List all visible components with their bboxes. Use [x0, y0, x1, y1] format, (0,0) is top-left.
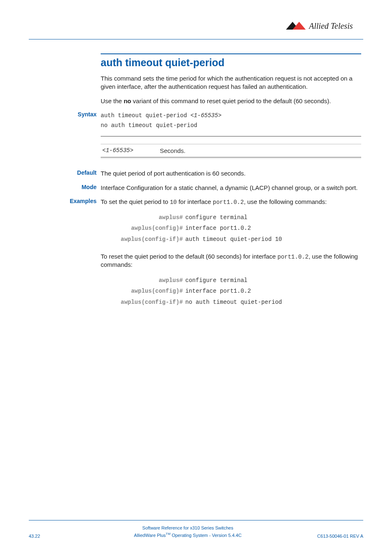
param-table: <1-65535> Seconds.: [101, 136, 361, 159]
cli-cmd: configure terminal: [185, 275, 247, 286]
footer-rule: [29, 520, 363, 520]
literal: port1.0.2: [277, 254, 309, 260]
param-name: <1-65535>: [102, 147, 160, 154]
section-rule: [101, 53, 361, 54]
default-label: Default: [60, 169, 97, 176]
syntax-row: Syntax auth timeout quiet-period <1-6553…: [101, 111, 361, 131]
param-desc: Seconds.: [160, 147, 186, 154]
cli-prompt: awplus(config)#: [101, 286, 185, 297]
section-title: auth timeout quiet-period: [101, 57, 361, 69]
default-row: Default The quiet period of port authent…: [101, 169, 361, 178]
cli-cmd: configure terminal: [185, 212, 247, 223]
cli-line: awplus(config-if)# auth timeout quiet-pe…: [101, 234, 361, 245]
table-rule: [101, 136, 361, 136]
intro-paragraph-2: Use the no variant of this command to re…: [101, 97, 361, 105]
text: for interface: [177, 198, 213, 205]
cli-line: awplus(config)# interface port1.0.2: [101, 286, 361, 297]
mode-row: Mode Interface Configuration for a stati…: [101, 184, 361, 192]
header-rule: [29, 39, 363, 39]
footer-page-number: 43.22: [29, 534, 78, 539]
cli-line: awplus(config-if)# no auth timeout quiet…: [101, 297, 361, 308]
cli-line: awplus# configure terminal: [101, 275, 361, 286]
cli-cmd: interface port1.0.2: [185, 286, 251, 297]
mode-label: Mode: [60, 184, 97, 190]
cli-prompt: awplus(config-if)#: [101, 297, 185, 308]
content: auth timeout quiet-period This command s…: [101, 53, 361, 315]
syntax-block: auth timeout quiet-period <1-65535> no a…: [101, 111, 361, 131]
examples-body: To set the quiet period to 10 for interf…: [101, 198, 361, 308]
examples-row: Examples To set the quiet period to 10 f…: [101, 198, 361, 308]
trademark: TM: [166, 532, 171, 536]
cli-block-2: awplus# configure terminal awplus(config…: [101, 275, 361, 308]
logo-text: Allied Telesis: [308, 21, 353, 30]
footer-rev: C613-50046-01 REV A: [297, 534, 363, 539]
text: variant of this command to reset quiet p…: [131, 97, 331, 104]
syntax-line-2: no auth timeout quiet-period: [101, 121, 361, 131]
cli-cmd: auth timeout quiet-period 10: [185, 234, 282, 245]
cli-cmd: interface port1.0.2: [185, 223, 251, 234]
example-intro-2: To reset the quiet period to the default…: [101, 252, 361, 269]
no-keyword: no: [124, 97, 131, 104]
literal: port1.0.2: [213, 199, 244, 206]
page: Allied Telesis auth timeout quiet-period…: [0, 0, 392, 555]
literal: 10: [170, 199, 177, 206]
spacer: [101, 159, 361, 169]
text: Use the: [101, 97, 124, 104]
text: To set the quiet period to: [101, 198, 170, 205]
syntax-label: Syntax: [60, 111, 97, 118]
range: 1-65535: [194, 112, 218, 119]
footer-grid: 43.22 Software Reference for x310 Series…: [29, 525, 363, 539]
footer-center-line1: Software Reference for x310 Series Switc…: [78, 525, 297, 532]
cli-block-1: awplus# configure terminal awplus(config…: [101, 212, 361, 245]
footer-center: Software Reference for x310 Series Switc…: [78, 525, 297, 539]
footer-center-line2: AlliedWare PlusTM Operating System - Ver…: [78, 532, 297, 539]
cli-cmd: no auth timeout quiet-period: [185, 297, 282, 308]
default-text: The quiet period of port authentication …: [101, 169, 361, 178]
text: >: [218, 112, 221, 119]
syntax-line-1: auth timeout quiet-period <1-65535>: [101, 111, 361, 121]
text: AlliedWare Plus: [134, 533, 166, 538]
cli-line: awplus# configure terminal: [101, 212, 361, 223]
text: To reset the quiet period to the default…: [101, 253, 277, 260]
cli-prompt: awplus#: [101, 212, 185, 223]
text: Operating System - Version 5.4.4C: [171, 533, 242, 538]
footer: 43.22 Software Reference for x310 Series…: [29, 520, 363, 539]
param-row: <1-65535> Seconds.: [101, 144, 361, 157]
example-intro-1: To set the quiet period to 10 for interf…: [101, 198, 361, 206]
text: , use the following commands:: [244, 198, 327, 205]
cli-prompt: awplus#: [101, 275, 185, 286]
intro-paragraph-1: This command sets the time period for wh…: [101, 74, 361, 91]
brand-logo: Allied Telesis: [285, 21, 363, 34]
mode-text: Interface Configuration for a static cha…: [101, 184, 361, 192]
cli-line: awplus(config)# interface port1.0.2: [101, 223, 361, 234]
cli-prompt: awplus(config)#: [101, 223, 185, 234]
examples-label: Examples: [60, 198, 97, 204]
table-rule: [101, 157, 361, 157]
text: auth timeout quiet-period <: [101, 112, 194, 119]
cli-prompt: awplus(config-if)#: [101, 234, 185, 245]
